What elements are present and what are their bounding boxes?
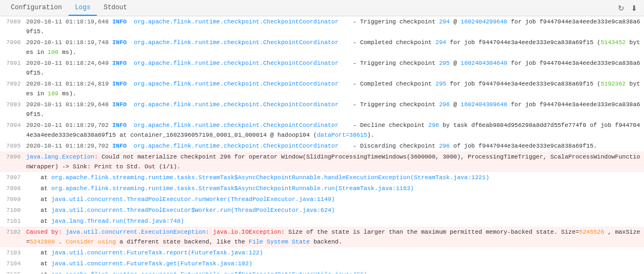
- log-row: 7103 at java.util.concurrent.FutureTask.…: [0, 247, 644, 258]
- log-content: at java.util.concurrent.FutureTask.get(F…: [24, 258, 644, 269]
- tab-configuration[interactable]: Configuration: [4, 0, 69, 16]
- line-number: 7089: [0, 16, 24, 37]
- download-button[interactable]: ⬇: [629, 3, 640, 14]
- log-row: 7105 at org.apache.flink.runtime.concurr…: [0, 269, 644, 273]
- log-row: 7104 at java.util.concurrent.FutureTask.…: [0, 258, 644, 269]
- line-number: 7090: [0, 37, 24, 58]
- tab-logs[interactable]: Logs: [69, 0, 97, 16]
- log-content: at java.lang.Thread.run(Thread.java:748): [24, 216, 644, 227]
- log-content: Caused by: java.util.concurrent.Executio…: [24, 227, 644, 247]
- tab-bar: Configuration Logs Stdout ↻ ⬇: [0, 0, 644, 16]
- log-content: 2020-10-11 01:18:24,819 INFO org.apache.…: [24, 78, 644, 99]
- log-row: 70932020-10-11 01:18:29,648 INFO org.apa…: [0, 99, 644, 120]
- log-row: 70922020-10-11 01:18:24,819 INFO org.apa…: [0, 78, 644, 99]
- log-row: 70942020-10-11 01:18:29,702 INFO org.apa…: [0, 120, 644, 141]
- line-number: 7101: [0, 216, 24, 227]
- log-content: at java.util.concurrent.ThreadPoolExecut…: [24, 194, 644, 205]
- log-content: 2020-10-11 01:18:24,649 INFO org.apache.…: [24, 58, 644, 78]
- log-row: 7096java.lang.Exception: Could not mater…: [0, 151, 644, 172]
- log-content: at java.util.concurrent.ThreadPoolExecut…: [24, 205, 644, 216]
- log-row: 7101 at java.lang.Thread.run(Thread.java…: [0, 216, 644, 227]
- line-number: 7103: [0, 247, 24, 258]
- tab-stdout[interactable]: Stdout: [97, 0, 133, 16]
- line-number: 7096: [0, 151, 24, 172]
- log-row: 7100 at java.util.concurrent.ThreadPoolE…: [0, 205, 644, 216]
- line-number: 7093: [0, 99, 24, 120]
- line-number: 7097: [0, 172, 24, 183]
- log-content: 2020-10-11 01:18:19,748 INFO org.apache.…: [24, 37, 644, 58]
- line-number: 7102: [0, 227, 24, 247]
- line-number: 7104: [0, 258, 24, 269]
- log-row: 70912020-10-11 01:18:24,649 INFO org.apa…: [0, 58, 644, 78]
- line-number: 7100: [0, 205, 24, 216]
- log-content: at org.apache.flink.runtime.concurrent.F…: [24, 269, 644, 273]
- log-content: at org.apache.flink.streaming.runtime.ta…: [24, 183, 644, 194]
- log-content: at java.util.concurrent.FutureTask.repor…: [24, 247, 644, 258]
- log-content: 2020-10-11 01:18:29,648 INFO org.apache.…: [24, 99, 644, 120]
- line-number: 7098: [0, 183, 24, 194]
- line-number: 7099: [0, 194, 24, 205]
- log-content: at org.apache.flink.streaming.runtime.ta…: [24, 172, 644, 183]
- log-row: 7098 at org.apache.flink.streaming.runti…: [0, 183, 644, 194]
- log-row: 70902020-10-11 01:18:19,748 INFO org.apa…: [0, 37, 644, 58]
- log-content: 2020-10-11 01:18:19,648 INFO org.apache.…: [24, 16, 644, 37]
- log-content: 2020-10-11 01:18:29,702 INFO org.apache.…: [24, 120, 644, 141]
- log-row: 7097 at org.apache.flink.streaming.runti…: [0, 172, 644, 183]
- log-row: 7102Caused by: java.util.concurrent.Exec…: [0, 227, 644, 247]
- line-number: 7105: [0, 269, 24, 273]
- refresh-button[interactable]: ↻: [616, 3, 627, 14]
- log-row: 70952020-10-11 01:18:29,702 INFO org.apa…: [0, 141, 644, 151]
- line-number: 7095: [0, 141, 24, 151]
- log-container[interactable]: 70892020-10-11 01:18:19,648 INFO org.apa…: [0, 16, 644, 273]
- log-row: 7099 at java.util.concurrent.ThreadPoolE…: [0, 194, 644, 205]
- log-content: java.lang.Exception: Could not materiali…: [24, 151, 644, 172]
- line-number: 7091: [0, 58, 24, 78]
- line-number: 7094: [0, 120, 24, 141]
- log-content: 2020-10-11 01:18:29,702 INFO org.apache.…: [24, 141, 644, 151]
- line-number: 7092: [0, 78, 24, 99]
- log-row: 70892020-10-11 01:18:19,648 INFO org.apa…: [0, 16, 644, 37]
